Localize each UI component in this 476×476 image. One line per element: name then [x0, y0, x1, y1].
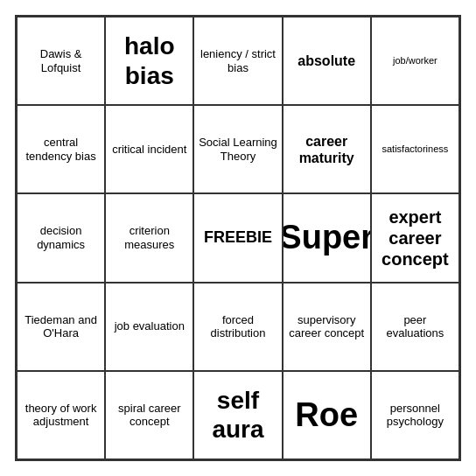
bingo-cell-12: FREEBIE [193, 193, 282, 282]
bingo-cell-20: theory of work adjustment [17, 371, 105, 459]
bingo-cell-0: Dawis & Lofquist [17, 17, 105, 105]
bingo-cell-24: personnel psychology [371, 371, 459, 459]
bingo-cell-5: central tendency bias [17, 105, 105, 193]
bingo-cell-6: critical incident [105, 105, 193, 193]
bingo-cell-18: supervisory career concept [283, 283, 371, 371]
bingo-cell-22: self aura [193, 371, 282, 459]
bingo-cell-17: forced distribution [193, 283, 282, 371]
bingo-cell-8: career maturity [283, 105, 371, 193]
bingo-cell-15: Tiedeman and O'Hara [17, 283, 105, 371]
bingo-cell-21: spiral career concept [105, 371, 193, 459]
bingo-cell-19: peer evaluations [371, 283, 459, 371]
bingo-cell-23: Roe [283, 371, 371, 459]
bingo-cell-7: Social Learning Theory [193, 105, 282, 193]
bingo-cell-16: job evaluation [105, 283, 193, 371]
bingo-cell-14: expert career concept [371, 193, 459, 282]
bingo-cell-13: Super [283, 193, 371, 282]
bingo-cell-3: absolute [283, 17, 371, 105]
bingo-cell-1: halo bias [105, 17, 193, 105]
bingo-cell-2: leniency / strict bias [193, 17, 282, 105]
bingo-cell-4: job/worker [371, 17, 459, 105]
bingo-cell-10: decision dynamics [17, 193, 105, 282]
bingo-cell-11: criterion measures [105, 193, 193, 282]
bingo-board: Dawis & Lofquisthalo biasleniency / stri… [15, 15, 461, 461]
bingo-cell-9: satisfactoriness [371, 105, 459, 193]
